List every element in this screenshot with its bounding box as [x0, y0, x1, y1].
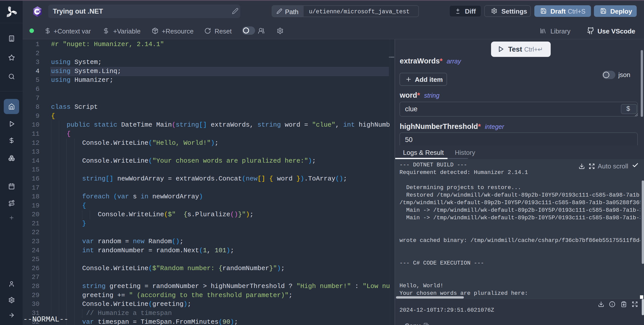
- svg-text:#: #: [39, 10, 41, 14]
